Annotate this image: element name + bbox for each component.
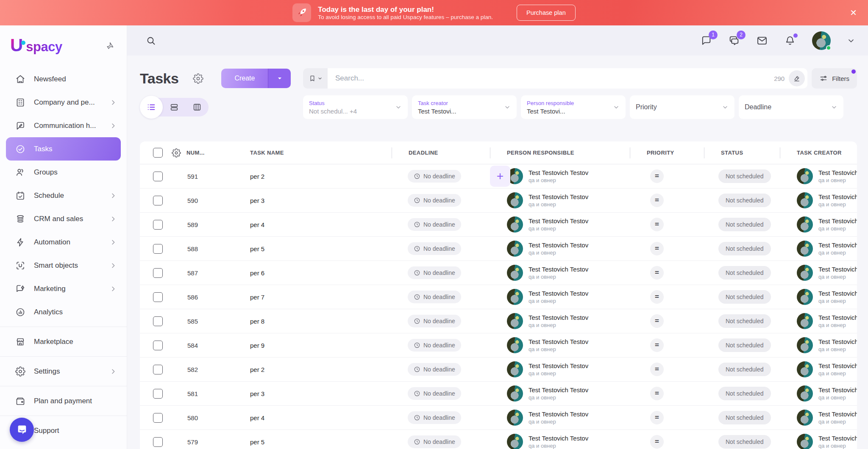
priority-equal-icon[interactable]: = — [650, 266, 664, 280]
search-icon[interactable] — [146, 36, 156, 46]
view-list-button[interactable] — [140, 96, 163, 119]
view-kanban-button[interactable] — [186, 103, 209, 112]
create-button-label[interactable]: Create — [221, 69, 268, 88]
sidebar-item-tasks[interactable]: Tasks — [6, 137, 121, 161]
priority-equal-icon[interactable]: = — [650, 387, 664, 400]
sidebar-item-plan-payment[interactable]: Plan and payment — [6, 389, 121, 413]
task-name[interactable]: per 4 — [241, 414, 392, 421]
status-badge[interactable]: Not scheduled — [718, 242, 771, 255]
clear-search-eraser-icon[interactable] — [789, 70, 805, 86]
table-row[interactable]: 589 per 4 No deadline Test Testovich Tes… — [140, 213, 857, 237]
status-badge[interactable]: Not scheduled — [718, 290, 771, 304]
sidebar-item-groups[interactable]: Groups — [6, 161, 121, 184]
row-checkbox[interactable] — [153, 172, 163, 181]
deadline-pill[interactable]: No deadline — [408, 218, 461, 231]
sidebar-item-newsfeed[interactable]: Newsfeed — [6, 67, 121, 91]
column-header-task-name[interactable]: TASK NAME — [241, 141, 392, 164]
sidebar-item-marketplace[interactable]: Marketplace — [6, 330, 121, 353]
column-header-status[interactable]: STATUS — [704, 141, 780, 164]
row-checkbox[interactable] — [153, 196, 163, 205]
priority-equal-icon[interactable]: = — [650, 363, 664, 376]
person-responsible-cell[interactable]: Test Testovich Testov qa и овнер — [490, 265, 630, 281]
mail-icon[interactable] — [756, 35, 768, 47]
person-responsible-cell[interactable]: Test Testovich Testov qa и овнер — [490, 313, 630, 329]
sidebar-item-crm[interactable]: CRM and sales — [6, 207, 121, 230]
table-row[interactable]: 582 per 2 No deadline Test Testovich Tes… — [140, 358, 857, 382]
deadline-pill[interactable]: No deadline — [408, 242, 461, 255]
table-row[interactable]: 588 per 5 No deadline Test Testovich Tes… — [140, 237, 857, 261]
task-name[interactable]: per 3 — [241, 390, 392, 397]
sidebar-item-automation[interactable]: Automation — [6, 230, 121, 254]
table-row[interactable]: 590 per 3 No deadline Test Testovich Tes… — [140, 188, 857, 213]
row-checkbox[interactable] — [153, 365, 163, 374]
filter-chip-deadline[interactable]: Deadline — [739, 95, 843, 119]
status-badge[interactable]: Not scheduled — [718, 363, 771, 376]
task-name[interactable]: per 9 — [241, 342, 392, 349]
person-responsible-cell[interactable]: Test Testovich Testov qa и овнер — [490, 385, 630, 402]
task-name[interactable]: per 2 — [241, 173, 392, 180]
table-row[interactable]: 591 per 2 No deadline Test Testovich Tes… — [140, 164, 857, 188]
task-name[interactable]: per 5 — [241, 438, 392, 446]
priority-equal-icon[interactable]: = — [650, 169, 664, 183]
status-badge[interactable]: Not scheduled — [718, 314, 771, 328]
filter-chip-person-responsible[interactable]: Person responsible Test Testovi... — [521, 95, 626, 119]
table-settings-gear-icon[interactable] — [166, 148, 186, 158]
view-rows-button[interactable] — [163, 103, 186, 112]
person-responsible-cell[interactable]: Test Testovich Testov qa и овнер — [490, 337, 630, 353]
sidebar-item-communication[interactable]: Communication h... — [6, 114, 121, 137]
sidebar-item-analytics[interactable]: Analytics — [6, 300, 121, 324]
sidebar-item-schedule[interactable]: Schedule — [6, 184, 121, 207]
tasks-settings-gear-icon[interactable] — [193, 73, 203, 84]
table-row[interactable]: 581 per 3 No deadline Test Testovich Tes… — [140, 382, 857, 406]
table-row[interactable]: 584 per 9 No deadline Test Testovich Tes… — [140, 333, 857, 358]
purchase-plan-button[interactable]: Purchase plan — [517, 5, 576, 21]
filters-button[interactable]: Filters — [812, 68, 857, 89]
status-badge[interactable]: Not scheduled — [718, 169, 771, 183]
table-row[interactable]: 587 per 6 No deadline Test Testovich Tes… — [140, 261, 857, 285]
table-row[interactable]: 585 per 8 No deadline Test Testovich Tes… — [140, 309, 857, 333]
task-name[interactable]: per 8 — [241, 318, 392, 325]
task-name[interactable]: per 2 — [241, 366, 392, 373]
sidebar-item-settings[interactable]: Settings — [6, 360, 121, 383]
priority-equal-icon[interactable]: = — [650, 242, 664, 255]
avatar[interactable] — [812, 31, 831, 50]
person-responsible-cell[interactable]: Test Testovich Testov qa и овнер — [490, 168, 630, 184]
select-all-checkbox[interactable] — [153, 148, 163, 158]
priority-equal-icon[interactable]: = — [650, 435, 664, 449]
column-header-deadline[interactable]: DEADLINE — [392, 141, 490, 164]
sidebar-item-company[interactable]: Company and pe... — [6, 91, 121, 114]
quick-add-button[interactable]: + — [490, 166, 510, 187]
person-responsible-cell[interactable]: Test Testovich Testov qa и овнер — [490, 434, 630, 449]
status-badge[interactable]: Not scheduled — [718, 435, 771, 449]
status-badge[interactable]: Not scheduled — [718, 411, 771, 424]
filter-chip-priority[interactable]: Priority — [630, 95, 734, 119]
priority-equal-icon[interactable]: = — [650, 338, 664, 352]
sidebar-item-marketing[interactable]: Marketing — [6, 277, 121, 300]
saved-filters-bookmark-button[interactable] — [303, 68, 328, 89]
column-header-task-creator[interactable]: TASK CREATOR — [780, 141, 857, 164]
person-responsible-cell[interactable]: Test Testovich Testov qa и овнер — [490, 216, 630, 233]
deadline-pill[interactable]: No deadline — [408, 266, 461, 279]
column-header-num[interactable]: NUM... — [186, 141, 241, 164]
sidebar-item-smart-objects[interactable]: Smart objects — [6, 254, 121, 277]
table-row[interactable]: 586 per 7 No deadline Test Testovich Tes… — [140, 285, 857, 309]
task-name[interactable]: per 5 — [241, 245, 392, 252]
row-checkbox[interactable] — [153, 437, 163, 447]
support-chat-widget[interactable] — [10, 418, 34, 442]
status-badge[interactable]: Not scheduled — [718, 194, 771, 207]
deadline-pill[interactable]: No deadline — [408, 387, 461, 400]
status-badge[interactable]: Not scheduled — [718, 387, 771, 400]
task-name[interactable]: per 3 — [241, 197, 392, 204]
row-checkbox[interactable] — [153, 389, 163, 399]
row-checkbox[interactable] — [153, 220, 163, 230]
status-badge[interactable]: Not scheduled — [718, 338, 771, 352]
notifications-bell-icon[interactable] — [784, 35, 796, 47]
create-dropdown-caret[interactable] — [268, 69, 291, 88]
person-responsible-cell[interactable]: Test Testovich Testov qa и овнер — [490, 241, 630, 257]
task-name[interactable]: per 4 — [241, 221, 392, 228]
row-checkbox[interactable] — [153, 341, 163, 350]
deadline-pill[interactable]: No deadline — [408, 194, 461, 207]
row-checkbox[interactable] — [153, 268, 163, 278]
person-responsible-cell[interactable]: Test Testovich Testov qa и овнер — [490, 361, 630, 377]
deadline-pill[interactable]: No deadline — [408, 411, 461, 424]
